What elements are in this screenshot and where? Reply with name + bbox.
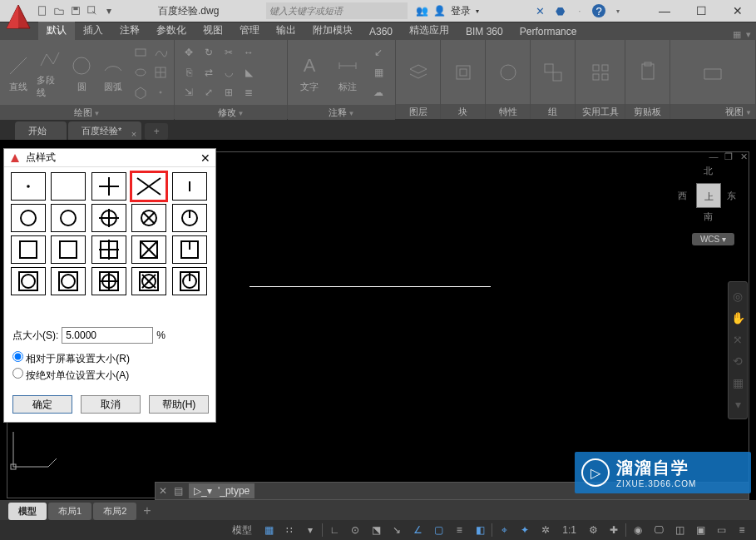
cmd-handle-icon[interactable]: ▤ — [170, 485, 185, 497]
point-style-17[interactable] — [91, 267, 126, 295]
panel-annotate-title[interactable]: 注释▼ — [288, 105, 395, 120]
osnap2-icon[interactable]: ▢ — [429, 522, 447, 538]
open-icon[interactable] — [52, 3, 67, 18]
help-dropdown-icon[interactable]: ▾ — [610, 3, 625, 18]
point-style-5[interactable] — [11, 204, 46, 232]
base-button[interactable] — [696, 59, 729, 86]
point-style-0[interactable] — [11, 172, 46, 201]
point-style-9[interactable] — [172, 204, 207, 232]
viewcube-south[interactable]: 南 — [704, 211, 713, 223]
point-style-7[interactable] — [91, 204, 126, 232]
point-icon[interactable] — [151, 83, 170, 102]
table-icon[interactable]: ▦ — [369, 63, 388, 82]
cmd-close-icon[interactable]: ✕ — [156, 485, 170, 497]
nav-showmotion-icon[interactable]: ▦ — [729, 372, 747, 394]
dim-button[interactable]: 标注 — [331, 52, 364, 93]
login-area[interactable]: 👥 👤 登录 ▾ — [416, 4, 479, 18]
gear-icon[interactable]: ⚙ — [584, 522, 602, 538]
extend-icon[interactable]: ↔ — [240, 43, 258, 62]
arc-button[interactable]: 圆弧 — [100, 52, 126, 93]
panel-view-title[interactable]: 视图▼ — [670, 104, 755, 119]
point-style-4[interactable] — [172, 172, 207, 201]
point-style-6[interactable] — [51, 204, 86, 232]
ellipse-icon[interactable] — [131, 63, 150, 82]
lwt-icon[interactable]: ≡ — [450, 522, 468, 538]
tab-document[interactable]: 百度经验*× — [68, 121, 141, 140]
layout-model[interactable]: 模型 — [8, 503, 47, 520]
save-icon[interactable] — [68, 3, 83, 18]
tab-start[interactable]: 开始 — [15, 121, 67, 140]
point-style-19[interactable] — [172, 267, 207, 295]
leader-icon[interactable]: ↙ — [369, 43, 388, 62]
point-style-10[interactable] — [11, 235, 46, 264]
otrack-icon[interactable]: ∠ — [408, 522, 427, 538]
anno-icon[interactable]: ✚ — [605, 522, 623, 538]
monitor-icon[interactable]: 🖵 — [650, 522, 668, 538]
dropdown-icon[interactable]: ▾ — [301, 522, 319, 538]
panel-group-title[interactable]: 组 — [531, 104, 575, 119]
cloud-icon[interactable]: ☁ — [369, 83, 388, 102]
offset-icon[interactable]: ≣ — [240, 83, 258, 102]
tab-add-button[interactable]: + — [145, 123, 168, 140]
point-style-1[interactable] — [51, 172, 86, 201]
sc2-icon[interactable]: ✦ — [516, 522, 534, 538]
tab-output[interactable]: 输出 — [268, 21, 304, 40]
group-button[interactable] — [536, 59, 570, 86]
app-logo[interactable] — [3, 2, 33, 32]
nav-zoom-icon[interactable]: ⤧ — [729, 329, 747, 350]
saveas-icon[interactable] — [85, 3, 100, 18]
tab-performance[interactable]: Performance — [511, 23, 586, 40]
layer-button[interactable] — [402, 59, 435, 86]
polyline-button[interactable]: 多段线 — [37, 46, 63, 99]
nav-orbit-icon[interactable]: ⟲ — [729, 350, 747, 372]
wcs-badge[interactable]: WCS ▾ — [692, 233, 734, 245]
transparency-icon[interactable]: ◧ — [471, 522, 489, 538]
sc-icon[interactable]: ⌖ — [495, 522, 513, 538]
nav-wheel-icon[interactable]: ◎ — [729, 285, 747, 307]
polar-icon[interactable]: ⊙ — [346, 522, 364, 538]
panel-clip-title[interactable]: 剪贴板 — [625, 104, 670, 119]
point-style-2[interactable] — [91, 172, 126, 201]
tab-parametric[interactable]: 参数化 — [148, 21, 195, 40]
viewcube-east[interactable]: 东 — [727, 190, 736, 202]
panel-modify-title[interactable]: 修改▼ — [175, 105, 287, 120]
point-style-12[interactable] — [91, 235, 126, 264]
maximize-button[interactable]: ☐ — [683, 0, 719, 22]
point-style-11[interactable] — [51, 235, 86, 264]
isolate-icon[interactable]: ◫ — [670, 522, 689, 538]
login-dropdown-icon[interactable]: ▾ — [476, 7, 479, 15]
grid-icon[interactable]: ▦ — [259, 522, 278, 538]
fillet-icon[interactable]: ◡ — [220, 63, 238, 82]
new-icon[interactable] — [35, 3, 50, 18]
move-icon[interactable]: ✥ — [180, 43, 198, 62]
search-input[interactable] — [266, 2, 408, 19]
clean-icon[interactable]: ▭ — [712, 522, 730, 538]
nav-expand-icon[interactable]: ▾ — [729, 394, 747, 415]
stretch-icon[interactable]: ⇲ — [180, 83, 198, 102]
hatch-icon[interactable] — [151, 63, 170, 82]
radio-relative[interactable]: 相对于屏幕设置大小(R) — [12, 350, 207, 367]
help-icon[interactable]: ? — [592, 4, 605, 17]
layout-add-button[interactable]: + — [138, 503, 156, 518]
rotate-icon[interactable]: ↻ — [200, 43, 218, 62]
panel-util-title[interactable]: 实用工具 — [576, 104, 625, 119]
polygon-icon[interactable] — [131, 83, 150, 102]
snap-icon[interactable]: ∷ — [280, 522, 299, 538]
tab-default[interactable]: 默认 — [38, 21, 75, 40]
iso-icon[interactable]: ⬔ — [367, 522, 385, 538]
point-style-8[interactable] — [131, 204, 166, 232]
tab-bim360[interactable]: BIM 360 — [457, 23, 511, 40]
qat-dropdown-icon[interactable]: ▾ — [101, 3, 116, 18]
panel-layer-title[interactable]: 图层 — [396, 104, 440, 119]
viewcube-west[interactable]: 西 — [678, 190, 687, 202]
prop-button[interactable] — [492, 59, 525, 86]
tab-manage[interactable]: 管理 — [231, 21, 268, 40]
tab-featured[interactable]: 精选应用 — [401, 21, 457, 40]
tab-insert[interactable]: 插入 — [75, 21, 111, 40]
radio-absolute[interactable]: 按绝对单位设置大小(A) — [12, 367, 207, 384]
block-button[interactable] — [447, 59, 480, 86]
app-store-icon[interactable]: ⬣ — [552, 3, 567, 18]
util-button[interactable] — [584, 59, 617, 86]
copy-icon[interactable]: ⎘ — [180, 63, 198, 82]
osnap-icon[interactable]: ↘ — [388, 522, 406, 538]
